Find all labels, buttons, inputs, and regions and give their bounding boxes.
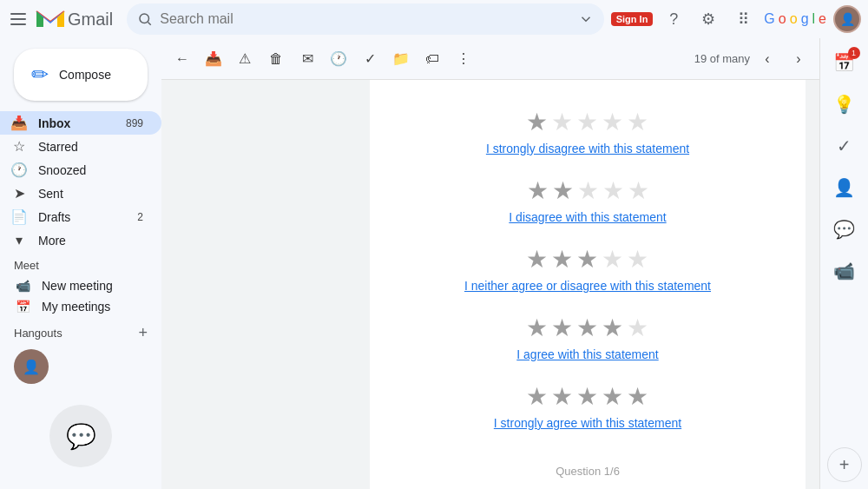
compose-plus-icon: ✏ [31, 63, 49, 87]
meet-app-icon[interactable]: 📹 [827, 254, 862, 288]
snooze-button[interactable]: 🕐 [325, 45, 352, 73]
calendar-app-icon[interactable]: 📅 1 [827, 45, 862, 80]
hangouts-add-icon[interactable]: + [138, 324, 148, 342]
star-5: ★ [627, 108, 648, 136]
right-sidebar: 📅 1 💡 ✓ 👤 💬 📹 + [819, 38, 868, 489]
star-1: ★ [526, 314, 548, 342]
sidebar-item-my-meetings[interactable]: 📅 My meetings [0, 296, 161, 317]
sidebar-item-new-meeting[interactable]: 📹 New meeting [0, 275, 161, 296]
mark-unread-button[interactable]: ✉ [293, 45, 321, 73]
star-5: ★ [627, 382, 648, 411]
prev-email-button[interactable]: ‹ [753, 45, 781, 73]
more-options-button[interactable]: ⋮ [450, 45, 477, 73]
archive-button[interactable]: 📥 [200, 45, 227, 73]
star-5: ★ [627, 245, 648, 274]
video-icon: 📹 [14, 279, 31, 293]
star-2: ★ [551, 314, 573, 342]
pagination-text: 19 of many [694, 52, 750, 65]
search-input[interactable] [160, 11, 577, 27]
task-button[interactable]: ✓ [356, 45, 384, 73]
sidebar-item-snoozed[interactable]: 🕐 Snoozed [0, 158, 161, 182]
sidebar-item-sent[interactable]: ➤ Sent [0, 182, 161, 205]
next-email-button[interactable]: › [785, 45, 812, 73]
search-dropdown-icon[interactable] [578, 11, 594, 27]
compose-button[interactable]: ✏ Compose [14, 49, 148, 101]
gmail-text: Gmail [68, 10, 113, 30]
star-4: ★ [602, 176, 624, 205]
more-icon: ▾ [10, 232, 28, 248]
svg-point-1 [140, 14, 149, 23]
delete-button[interactable]: 🗑 [262, 45, 290, 73]
stars-agree: ★ ★ ★ ★ ★ [526, 314, 648, 342]
pagination-buttons: ‹ › [753, 45, 812, 73]
contacts-icon[interactable]: 👤 [827, 170, 862, 205]
add-app-button[interactable]: + [827, 447, 862, 482]
sidebar: ✏ Compose 📥 Inbox 899 ☆ Starred 🕐 Snooze… [0, 38, 161, 489]
rating-strongly-agree: ★ ★ ★ ★ ★ I strongly agree with this sta… [494, 382, 681, 430]
menu-icon[interactable] [7, 9, 28, 30]
rating-disagree: ★ ★ ★ ★ ★ I disagree with this statement [509, 176, 666, 224]
new-meeting-label: New meeting [42, 279, 113, 293]
email-right-panel [806, 80, 819, 489]
star-4: ★ [602, 108, 623, 136]
back-button[interactable]: ← [168, 45, 196, 73]
email-left-panel [161, 80, 370, 489]
star-3: ★ [576, 382, 598, 411]
drafts-icon: 📄 [10, 208, 28, 225]
star-4: ★ [602, 314, 623, 342]
report-spam-button[interactable]: ⚠ [231, 45, 259, 73]
star-3: ★ [577, 176, 599, 205]
disagree-link[interactable]: I disagree with this statement [509, 210, 666, 224]
gmail-logo: Gmail [35, 8, 113, 30]
hangouts-label: Hangouts [14, 327, 62, 340]
search-bar [127, 3, 603, 35]
star-3: ★ [576, 314, 598, 342]
star-3: ★ [576, 245, 598, 274]
snoozed-icon: 🕐 [10, 162, 28, 178]
starred-icon: ☆ [10, 138, 28, 155]
snoozed-label: Snoozed [38, 163, 148, 177]
neutral-link[interactable]: I neither agree or disagree with this st… [464, 279, 711, 293]
email-toolbar: ← 📥 ⚠ 🗑 ✉ 🕐 ✓ 📁 🏷 ⋮ 19 of many ‹ › [161, 38, 819, 80]
settings-icon[interactable]: ⚙ [694, 5, 722, 33]
sent-icon: ➤ [10, 185, 28, 202]
chat-area: 💬 No recent chats Start a new one [0, 391, 161, 489]
star-1: ★ [526, 382, 548, 411]
tasks-icon[interactable]: ✓ [827, 129, 862, 163]
drafts-badge: 2 [133, 210, 148, 224]
strongly-disagree-link[interactable]: I strongly disagree with this statement [486, 142, 689, 155]
strongly-agree-link[interactable]: I strongly agree with this statement [494, 416, 681, 430]
hangouts-header: Hangouts + [14, 324, 148, 342]
chat-app-icon[interactable]: 💬 [827, 212, 862, 247]
help-icon[interactable]: ? [660, 5, 687, 33]
star-4: ★ [602, 382, 623, 411]
rating-neutral: ★ ★ ★ ★ ★ I neither agree or disagree wi… [464, 245, 711, 293]
rating-agree: ★ ★ ★ ★ ★ I agree with this statement [516, 314, 658, 361]
label-button[interactable]: 🏷 [418, 45, 446, 73]
email-main: ★ ★ ★ ★ ★ I strongly disagree with this … [370, 80, 806, 489]
keep-icon[interactable]: 💡 [827, 87, 862, 122]
gmail-m-icon [35, 8, 66, 30]
sidebar-item-inbox[interactable]: 📥 Inbox 899 [0, 111, 161, 135]
signin-badge[interactable]: Sign In [611, 12, 654, 26]
sidebar-item-starred[interactable]: ☆ Starred [0, 135, 161, 158]
star-4: ★ [602, 245, 623, 274]
sidebar-item-drafts[interactable]: 📄 Drafts 2 [0, 205, 161, 228]
svg-line-2 [148, 22, 151, 24]
move-to-button[interactable]: 📁 [387, 45, 415, 73]
topbar: Gmail Sign In ? ⚙ ⠿ Google 👤 [0, 0, 868, 38]
apps-icon[interactable]: ⠿ [729, 5, 757, 33]
inbox-icon: 📥 [10, 115, 28, 131]
star-5: ★ [627, 314, 648, 342]
question-indicator: Question 1/6 [556, 465, 620, 478]
inbox-badge: 899 [122, 116, 148, 130]
agree-link[interactable]: I agree with this statement [516, 347, 658, 361]
starred-label: Starred [38, 140, 148, 154]
hangouts-avatar[interactable]: 👤 [14, 349, 49, 384]
hangouts-section: Hangouts + 👤 [0, 317, 161, 391]
inbox-label: Inbox [38, 116, 122, 130]
rating-strongly-disagree: ★ ★ ★ ★ ★ I strongly disagree with this … [486, 108, 689, 155]
user-avatar[interactable]: 👤 [833, 5, 861, 33]
more-label: More [38, 234, 148, 248]
sidebar-item-more[interactable]: ▾ More [0, 228, 161, 252]
